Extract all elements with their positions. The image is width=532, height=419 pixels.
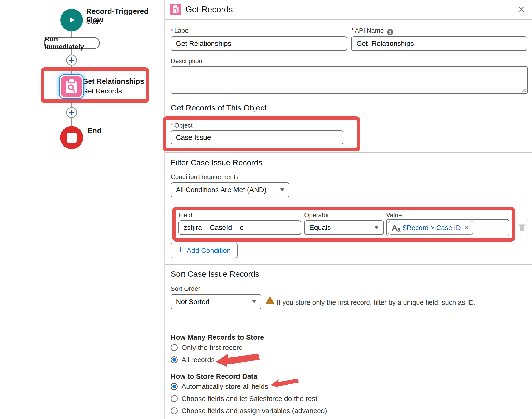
node-subtitle: Get Records: [82, 87, 122, 95]
close-icon[interactable]: [517, 5, 525, 13]
radio-all-records[interactable]: All records: [171, 356, 215, 364]
value-column-label: Value: [386, 212, 402, 219]
radio-selected-icon[interactable]: [171, 383, 178, 390]
chevron-down-icon: [252, 300, 256, 303]
radio-icon[interactable]: [171, 407, 178, 414]
radio-selected-icon[interactable]: [171, 356, 178, 363]
divider: [165, 97, 532, 97]
object-field-label: *Object: [171, 122, 193, 129]
play-icon: [66, 15, 77, 25]
pill-label: $Record > Case ID: [403, 224, 461, 232]
trash-icon: [519, 223, 525, 231]
start-node[interactable]: [60, 9, 83, 31]
sort-section-heading: Sort Case Issue Records: [171, 269, 259, 278]
stop-icon: [67, 133, 77, 143]
run-immediately-badge[interactable]: Run Immediately: [44, 37, 100, 49]
divider: [165, 323, 532, 324]
remove-pill-icon[interactable]: ✕: [464, 224, 469, 232]
end-node[interactable]: [60, 126, 83, 149]
annotation-arrow-store-all-fields: [270, 376, 299, 391]
add-element-button[interactable]: [66, 107, 77, 118]
get-records-icon: [61, 76, 82, 97]
info-icon[interactable]: i: [387, 29, 393, 35]
radio-only-first-record[interactable]: Only the first record: [171, 344, 243, 352]
flow-canvas[interactable]: Record-Triggered Flow Start Run Immediat…: [0, 0, 164, 419]
chevron-down-icon: [280, 188, 284, 191]
radio-icon[interactable]: [171, 344, 178, 351]
field-column-label: Field: [178, 212, 192, 219]
filter-operator-dropdown[interactable]: Equals: [304, 220, 384, 235]
get-records-node[interactable]: [59, 74, 84, 99]
object-input[interactable]: Case Issue: [171, 130, 343, 144]
start-node-subtitle: Start: [86, 17, 101, 25]
end-node-label: End: [87, 126, 102, 135]
text-type-icon: Aa: [392, 224, 400, 232]
add-element-button[interactable]: [66, 55, 77, 65]
warning-icon: [265, 296, 275, 305]
delete-condition-button[interactable]: [516, 220, 528, 235]
filter-section-heading: Filter Case Issue Records: [171, 158, 262, 167]
radio-automatically-store[interactable]: Automatically store all fields: [171, 382, 268, 391]
label-field-label: *Label: [171, 27, 190, 34]
filter-field-input[interactable]: zsfjira__CaseId__c: [178, 220, 301, 235]
description-textarea[interactable]: [171, 66, 528, 94]
condition-requirements-label: Condition Requirements: [171, 173, 239, 181]
how-many-records-heading: How Many Records to Store: [171, 333, 264, 341]
get-records-icon: [170, 3, 182, 15]
panel-title: Get Records: [186, 0, 233, 19]
condition-requirements-dropdown[interactable]: All Conditions Are Met (AND): [171, 182, 289, 197]
flow-builder-screen: Record-Triggered Flow Start Run Immediat…: [0, 0, 532, 419]
divider: [165, 264, 532, 264]
record-case-id-pill[interactable]: Aa $Record > Case ID ✕: [388, 221, 473, 235]
object-section-heading: Get Records of This Object: [171, 103, 266, 112]
divider: [165, 152, 532, 153]
api-name-field-label: *API Namei: [351, 27, 393, 35]
label-input[interactable]: Get Relationships: [171, 36, 347, 51]
filter-value-input[interactable]: Aa $Record > Case ID ✕: [386, 219, 509, 236]
annotation-arrow-all-records: [215, 350, 261, 370]
radio-choose-fields-advanced[interactable]: Choose fields and assign variables (adva…: [171, 407, 327, 415]
node-title: Get Relationships: [82, 77, 144, 86]
divider: [165, 19, 532, 20]
radio-icon[interactable]: [171, 395, 178, 402]
resize-handle-icon[interactable]: [521, 87, 526, 92]
get-records-panel: Get Records *Label Get Relationships *AP…: [164, 0, 532, 419]
chevron-down-icon: [374, 226, 379, 229]
operator-column-label: Operator: [304, 212, 329, 219]
api-name-input[interactable]: Get_Relationships: [351, 36, 527, 51]
sort-order-dropdown[interactable]: Not Sorted: [171, 294, 261, 309]
sort-order-label: Sort Order: [171, 285, 200, 293]
description-field-label: Description: [171, 58, 202, 65]
radio-choose-fields-salesforce[interactable]: Choose fields and let Salesforce do the …: [171, 395, 317, 403]
how-to-store-heading: How to Store Record Data: [171, 372, 257, 380]
sort-warning-text: If you store only the first record, filt…: [277, 299, 476, 306]
add-condition-button[interactable]: + Add Condition: [171, 243, 238, 258]
